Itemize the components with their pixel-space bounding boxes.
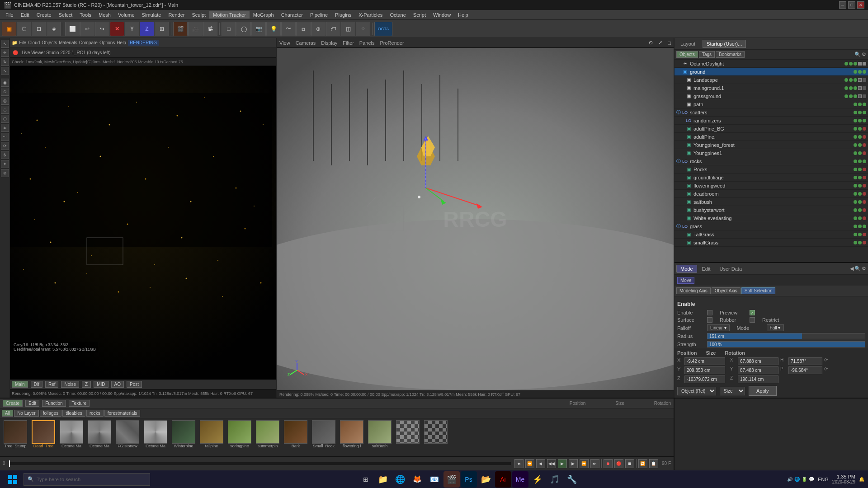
toolbar-camera[interactable]: 📷 (251, 22, 266, 36)
obj-grassground[interactable]: ▣ grassground (675, 92, 868, 100)
obj-whiteeverlasting[interactable]: ▣ White everlasting (675, 214, 868, 222)
app-chrome[interactable]: 🌐 (392, 471, 408, 488)
obj-octanedaylight[interactable]: ☀ OctaneDaylight (675, 60, 868, 68)
rubber-checkbox[interactable] (750, 317, 755, 323)
taskbar-search-bar[interactable]: 🔍 Type here to search (24, 473, 150, 486)
app-explorer[interactable]: 📁 (375, 471, 391, 488)
notification-icon[interactable]: 🔔 (859, 477, 864, 482)
obj-smallgrass[interactable]: ▣ smallGrass (675, 239, 868, 247)
stab-objectaxis[interactable]: Object Axis (712, 287, 741, 294)
pref-btn[interactable]: 📋 (649, 459, 658, 468)
props-more-btn[interactable]: ⚙ (862, 266, 866, 272)
filter-foliages[interactable]: foliages (40, 410, 61, 417)
left-brush1[interactable]: ◉ (1, 79, 9, 87)
menu-motiontracker[interactable]: Motion Tracker (209, 11, 250, 19)
toolbar-undo[interactable]: ↩ (80, 22, 94, 36)
mat-item-tallpine[interactable]: tallpine (198, 420, 225, 448)
menu-plugins[interactable]: Plugins (331, 11, 355, 19)
viewport-view[interactable]: Y X Z RRCG (277, 48, 674, 390)
obj-grass-lo[interactable]: Ⓛ LO grass (675, 222, 868, 230)
y-pos-field[interactable] (684, 366, 725, 374)
coord-mode-dropdown[interactable]: Size Scale (720, 387, 745, 395)
left-brush4[interactable]: ◌ (1, 106, 9, 114)
render-tab-compare[interactable]: Compare (79, 40, 98, 45)
start-button[interactable] (4, 471, 22, 488)
obj-mainground[interactable]: ▣ mainground.1 (675, 84, 868, 92)
menu-render[interactable]: Render (165, 11, 188, 19)
z-h-field[interactable] (738, 375, 778, 383)
play-next-key[interactable]: ⏩ (580, 459, 589, 468)
menu-window[interactable]: Window (429, 11, 454, 19)
render-tab-objects[interactable]: Objects (42, 40, 57, 45)
left-move-btn[interactable]: ✛ (1, 49, 9, 57)
toolbar-octane[interactable]: OCTA (374, 22, 392, 36)
window-controls[interactable]: ─ □ ✕ (839, 1, 864, 9)
vp-tab-prorender[interactable]: ProRender (380, 40, 404, 46)
toolbar-render[interactable]: 🎬 (173, 22, 188, 36)
app-files[interactable]: 📂 (478, 471, 494, 488)
toolbar-tag[interactable]: 🏷 (326, 22, 340, 36)
key-btn[interactable]: 🔴 (614, 459, 623, 468)
play-last[interactable]: ⏭ (590, 459, 599, 468)
y-p-field[interactable] (788, 366, 822, 374)
vp-tab-filter[interactable]: Filter (343, 40, 354, 46)
toolbar-spline[interactable]: 〜 (281, 22, 296, 36)
filter-all[interactable]: All (2, 410, 13, 417)
objects-list[interactable]: ☀ OctaneDaylight ▣ ground (675, 60, 868, 262)
left-brush10[interactable]: ✦ (1, 160, 9, 168)
play-back[interactable]: ◀◀ (547, 459, 556, 468)
mat-item-check1[interactable] (394, 420, 421, 448)
menu-select[interactable]: Select (55, 11, 76, 19)
toolbar-redo[interactable]: ↪ (95, 22, 109, 36)
render-tab-ref[interactable]: Ref (45, 381, 59, 388)
vp-tab-panels[interactable]: Panels (359, 40, 375, 46)
mat-item-octane1[interactable]: Octane Ma (58, 420, 85, 448)
play-next[interactable]: ▶ (569, 459, 578, 468)
vp-icon2[interactable]: ⤢ (658, 40, 662, 46)
vp-icon3[interactable]: □ (668, 40, 671, 46)
toolbar-bones[interactable]: ⊕ (311, 22, 326, 36)
left-rotate-btn[interactable]: ↻ (1, 58, 9, 66)
toolbar-render2[interactable]: 🎥 (188, 22, 203, 36)
stop-btn[interactable]: ⏹ (625, 459, 634, 468)
left-brush6[interactable]: ≋ (1, 124, 9, 132)
toolbar-y[interactable]: Y (125, 22, 139, 36)
obj-tab-tags[interactable]: Tags (699, 51, 715, 58)
menu-xparticles[interactable]: X-Particles (355, 11, 386, 19)
render-tab-ao[interactable]: AO (111, 381, 124, 388)
props-search-btn[interactable]: 🔍 (854, 266, 861, 272)
menu-file[interactable]: File (2, 11, 17, 19)
toolbar-scatter[interactable]: ⁘ (356, 22, 370, 36)
obj-groundfoliage[interactable]: ▣ groundfoliage (675, 174, 868, 182)
close-btn[interactable]: ✕ (857, 1, 864, 9)
sys-tray[interactable]: 🔊 🌐 🔋 💬 (787, 477, 814, 482)
obj-randomizers[interactable]: LO randomizers (675, 117, 868, 125)
menu-mograph[interactable]: MoGraph (250, 11, 278, 19)
tl-tab-create[interactable]: Create (3, 400, 23, 407)
left-brush8[interactable]: ⟳ (1, 142, 9, 150)
toolbar-material[interactable]: ◫ (341, 22, 355, 36)
filter-tileables[interactable]: tileables (62, 410, 85, 417)
vp-tab-view[interactable]: View (279, 40, 290, 46)
mat-item-treestump[interactable]: Tree_Stump (2, 420, 29, 448)
obj-toolbar-icon1[interactable]: 🔍 (854, 52, 861, 57)
rtab-layout[interactable]: Layout: (676, 40, 701, 48)
filter-forestmaterials[interactable]: forestmaterials (104, 410, 141, 417)
play-prev-key[interactable]: ⏪ (525, 459, 534, 468)
obj-rocks-lo[interactable]: Ⓛ LO rocks (675, 157, 868, 165)
menu-sculpt[interactable]: Sculpt (188, 11, 209, 19)
mat-item-octane3[interactable]: Octane Ma (142, 420, 169, 448)
vp-tab-cameras[interactable]: Cameras (296, 40, 316, 46)
mat-item-summerpin[interactable]: summerpin (254, 420, 281, 448)
render-tab-options[interactable]: Options (99, 40, 115, 45)
mode-dropdown[interactable]: Fall ▾ (767, 324, 784, 331)
filter-rocks[interactable]: rocks (86, 410, 104, 417)
menu-character[interactable]: Character (278, 11, 307, 19)
minimize-btn[interactable]: ─ (839, 1, 846, 9)
menu-simulate[interactable]: Simulate (138, 11, 165, 19)
render-tab-help[interactable]: Help (117, 40, 126, 45)
z-pos-field[interactable] (684, 375, 725, 383)
enable-checkbox[interactable] (707, 310, 712, 315)
obj-deadbroom[interactable]: ▣ deadbroom (675, 190, 868, 198)
obj-tab-bookmarks[interactable]: Bookmarks (716, 51, 745, 58)
